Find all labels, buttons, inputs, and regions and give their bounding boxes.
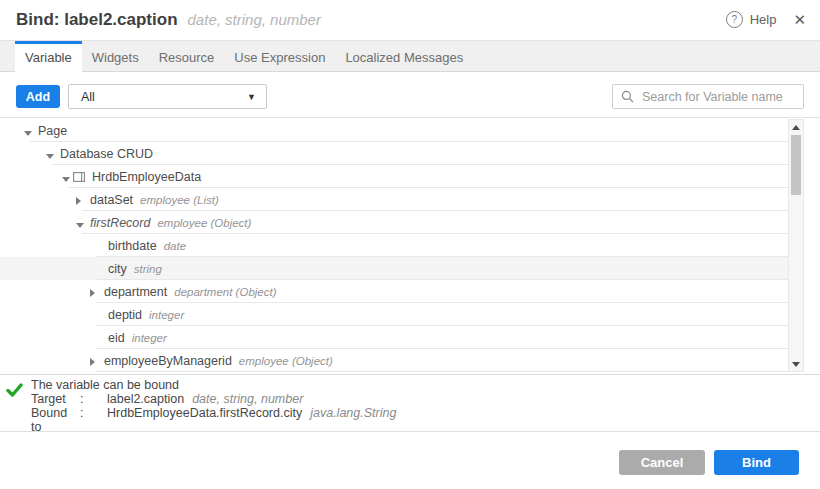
tree-node-label: employeeByManagerid: [104, 354, 232, 368]
tree-row-department[interactable]: departmentdepartment (Object): [0, 280, 788, 303]
tree-node-type: employee (Object): [239, 355, 333, 367]
tree-row-page[interactable]: Page: [0, 119, 788, 142]
tab-label: Resource: [159, 50, 215, 65]
tree-row-firstrecord[interactable]: firstRecordemployee (Object): [0, 211, 788, 234]
tree-scrollbar[interactable]: [788, 119, 804, 372]
tab-label: Localized Messages: [345, 50, 463, 65]
tree-row-hrdbemployeedata[interactable]: HrdbEmployeeData: [0, 165, 788, 188]
dialog-title: Bind: label2.captiondate, string, number: [16, 10, 321, 30]
cancel-button[interactable]: Cancel: [619, 450, 705, 475]
status-sep: :: [80, 406, 107, 434]
search-input[interactable]: [640, 89, 795, 105]
chevron-down-icon[interactable]: [46, 145, 56, 163]
status-value: label2.caption: [107, 392, 184, 406]
help-button[interactable]: ? Help: [726, 11, 777, 28]
help-label: Help: [750, 12, 777, 27]
row-separator: [96, 371, 788, 372]
dialog-header: Bind: label2.captiondate, string, number…: [0, 0, 820, 40]
tree-node-label: eid: [108, 331, 125, 345]
tab-widgets[interactable]: Widgets: [82, 41, 149, 72]
tab-resource[interactable]: Resource: [149, 41, 225, 72]
scrollbar-thumb[interactable]: [791, 135, 801, 195]
scroll-down-arrow-icon[interactable]: [789, 358, 803, 370]
bind-dialog: Bind: label2.captiondate, string, number…: [0, 0, 820, 489]
variable-tree: PageDatabase CRUDHrdbEmployeeDatadataSet…: [0, 119, 788, 372]
toolbar: Add All ▼: [0, 72, 820, 118]
status-target-row: Target:label2.captiondate, string, numbe…: [31, 392, 303, 406]
tree-node-label: HrdbEmployeeData: [92, 170, 201, 184]
chevron-right-icon[interactable]: [76, 191, 86, 209]
tree-node-type: integer: [149, 309, 184, 321]
scroll-up-arrow-icon[interactable]: [789, 121, 803, 133]
status-sep: :: [80, 392, 107, 406]
variable-icon: [73, 172, 85, 182]
footer-divider: [0, 431, 820, 432]
status-divider: [0, 374, 820, 375]
tab-label: Use Expression: [234, 50, 325, 65]
tree-node-label: Database CRUD: [60, 147, 153, 161]
tree-node-label: firstRecord: [90, 216, 150, 230]
tree-row-birthdate[interactable]: birthdatedate: [0, 234, 788, 257]
tree-node-label: city: [108, 262, 127, 276]
tree-node-type: date: [164, 240, 186, 252]
chevron-down-icon[interactable]: [62, 168, 72, 186]
status-type: java.lang.String: [310, 406, 396, 434]
tree-row-dataset[interactable]: dataSetemployee (List): [0, 188, 788, 211]
tree-row-eid[interactable]: eidinteger: [0, 326, 788, 349]
tree-node-type: employee (List): [140, 194, 219, 206]
search-box: [612, 84, 804, 109]
variable-type-select[interactable]: All ▼: [68, 84, 267, 109]
help-icon: ?: [726, 11, 743, 28]
bind-button[interactable]: Bind: [714, 450, 799, 475]
dialog-title-text: Bind: label2.caption: [16, 10, 178, 29]
chevron-right-icon[interactable]: [90, 352, 100, 370]
tree-node-label: department: [104, 285, 167, 299]
tab-variable[interactable]: Variable: [15, 41, 82, 72]
tree-row-city[interactable]: citystring: [0, 257, 788, 280]
tree-row-deptid[interactable]: deptidinteger: [0, 303, 788, 326]
status-value: HrdbEmployeeData.firstRecord.city: [107, 406, 302, 434]
tab-label: Widgets: [92, 50, 139, 65]
tree-node-label: deptid: [108, 308, 142, 322]
status-message: The variable can be bound: [31, 378, 179, 392]
tree-node-type: string: [134, 263, 162, 275]
tree-node-label: Page: [38, 124, 67, 138]
caret-down-icon: ▼: [247, 92, 256, 102]
tab-label: Variable: [25, 50, 72, 65]
search-icon: [621, 90, 634, 103]
status-type: date, string, number: [192, 392, 303, 406]
check-icon: [6, 383, 23, 398]
status-label: Target: [31, 392, 80, 406]
close-icon[interactable]: ✕: [793, 12, 806, 27]
tree-row-employeebymanagerid[interactable]: employeeByManageridemployee (Object): [0, 349, 788, 372]
dialog-title-types: date, string, number: [188, 11, 321, 28]
variable-type-select-value: All: [81, 90, 95, 104]
tree-node-label: dataSet: [90, 193, 133, 207]
status-bound-to-row: Bound to:HrdbEmployeeData.firstRecord.ci…: [31, 406, 396, 434]
chevron-down-icon[interactable]: [76, 214, 86, 232]
tab-bar: VariableWidgetsResourceUse ExpressionLoc…: [0, 40, 820, 72]
add-button[interactable]: Add: [16, 85, 60, 108]
chevron-right-icon[interactable]: [90, 283, 100, 301]
tree-node-type: department (Object): [174, 286, 276, 298]
tree-node-label: birthdate: [108, 239, 157, 253]
chevron-down-icon[interactable]: [24, 122, 34, 140]
tree-node-type: integer: [132, 332, 167, 344]
tab-use-expression[interactable]: Use Expression: [224, 41, 335, 72]
status-label: Bound to: [31, 406, 80, 434]
tab-localized-messages[interactable]: Localized Messages: [335, 41, 473, 72]
tree-node-type: employee (Object): [157, 217, 251, 229]
tree-row-database-crud[interactable]: Database CRUD: [0, 142, 788, 165]
